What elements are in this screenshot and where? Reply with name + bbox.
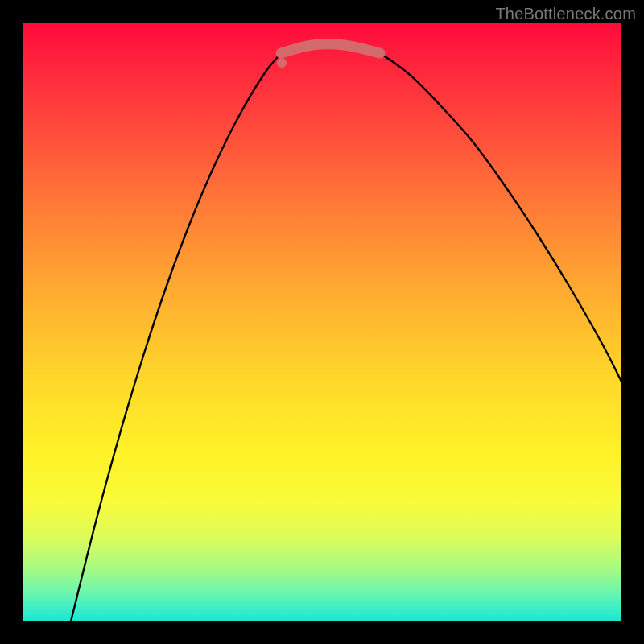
watermark-text: TheBottleneck.com <box>495 5 636 23</box>
flat-start-dot <box>277 58 287 68</box>
plot-svg <box>23 23 621 621</box>
left-curve <box>71 53 281 621</box>
flat-segment <box>281 44 380 53</box>
right-curve <box>380 53 621 382</box>
chart-area <box>23 23 621 621</box>
